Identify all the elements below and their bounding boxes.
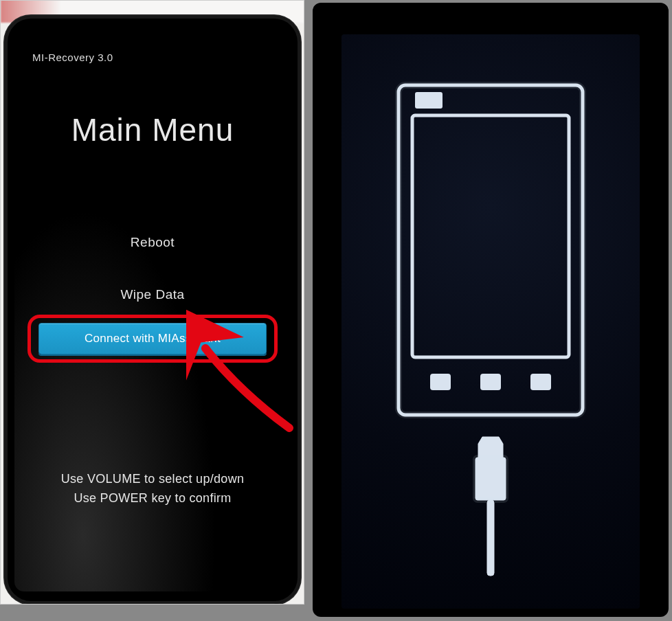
svg-rect-8 (487, 500, 494, 576)
svg-rect-2 (415, 92, 443, 109)
menu-item-wipe-data[interactable]: Wipe Data (120, 287, 184, 302)
svg-rect-1 (412, 115, 569, 357)
menu-item-connect-miassistant[interactable]: Connect with MIAssistant (38, 323, 267, 354)
menu-item-reboot[interactable]: Reboot (131, 235, 175, 250)
svg-rect-0 (399, 85, 583, 415)
phone-outline-icon (388, 78, 594, 422)
svg-rect-4 (480, 374, 501, 390)
highlighted-menu-item: Connect with MIAssistant (27, 315, 278, 363)
recovery-screen: MI-Recovery 3.0 Main Menu Reboot Wipe Da… (14, 28, 291, 591)
svg-rect-3 (430, 374, 451, 390)
main-menu-title: Main Menu (71, 111, 234, 148)
mi-assistant-connect-screen (341, 34, 640, 609)
left-phone-photo: MI-Recovery 3.0 Main Menu Reboot Wipe Da… (0, 0, 304, 605)
svg-rect-6 (399, 85, 583, 415)
svg-rect-7 (475, 458, 506, 500)
phone-body-left: MI-Recovery 3.0 Main Menu Reboot Wipe Da… (5, 16, 300, 604)
right-phone-photo (313, 3, 669, 617)
svg-rect-5 (530, 374, 551, 390)
hint-line-1: Use VOLUME to select up/down (61, 472, 245, 486)
recovery-version-label: MI-Recovery 3.0 (32, 52, 113, 63)
navigation-hint: Use VOLUME to select up/down Use POWER k… (61, 470, 245, 508)
screenshot-composite: MI-Recovery 3.0 Main Menu Reboot Wipe Da… (0, 0, 672, 621)
usb-cable-icon (467, 434, 515, 578)
hint-line-2: Use POWER key to confirm (74, 491, 231, 505)
